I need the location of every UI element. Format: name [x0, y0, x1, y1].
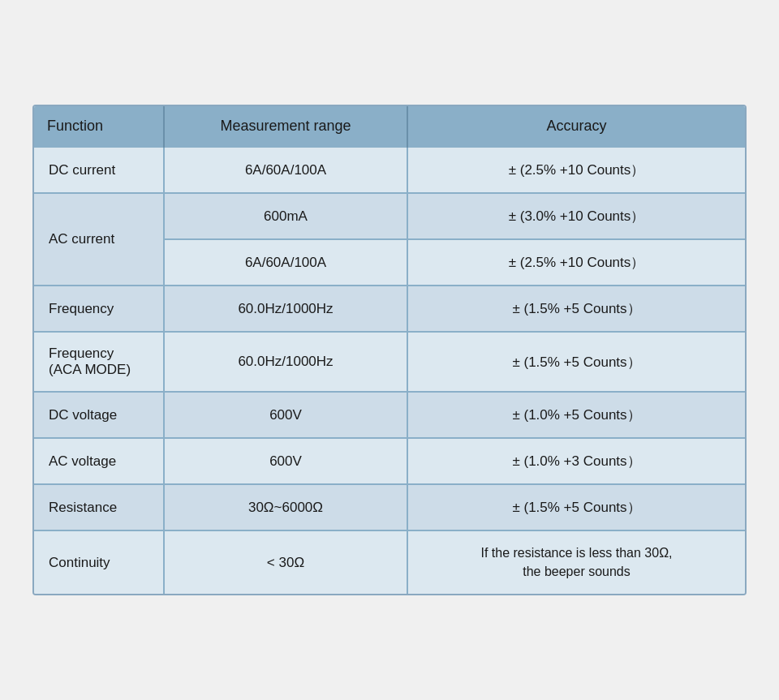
cell-range: < 30Ω [164, 530, 407, 594]
cell-accuracy: ± (1.5% +5 Counts） [407, 332, 745, 392]
table-row: Continuity < 30Ω If the resistance is le… [34, 530, 745, 594]
table-row: Frequency 60.0Hz/1000Hz ± (1.5% +5 Count… [34, 286, 745, 332]
specs-table: Function Measurement range Accuracy DC c… [34, 106, 745, 594]
cell-accuracy: ± (1.5% +5 Counts） [407, 484, 745, 530]
specs-table-container: Function Measurement range Accuracy DC c… [32, 105, 747, 595]
table-header-row: Function Measurement range Accuracy [34, 106, 745, 147]
table-row: DC voltage 600V ± (1.0% +5 Counts） [34, 392, 745, 438]
cell-function: Resistance [34, 484, 164, 530]
cell-range: 600V [164, 438, 407, 484]
header-function: Function [34, 106, 164, 147]
cell-accuracy: ± (3.0% +10 Counts） [407, 193, 745, 239]
cell-range: 6A/60A/100A [164, 239, 407, 286]
table-row: Frequency (ACA MODE) 60.0Hz/1000Hz ± (1.… [34, 332, 745, 392]
header-accuracy: Accuracy [407, 106, 745, 147]
table-row: AC current 600mA ± (3.0% +10 Counts） [34, 193, 745, 239]
cell-range: 6A/60A/100A [164, 147, 407, 193]
table-row: Resistance 30Ω~6000Ω ± (1.5% +5 Counts） [34, 484, 745, 530]
cell-range: 600V [164, 392, 407, 438]
header-range: Measurement range [164, 106, 407, 147]
cell-function: DC voltage [34, 392, 164, 438]
cell-function: Frequency [34, 286, 164, 332]
cell-function: Frequency (ACA MODE) [34, 332, 164, 392]
cell-range: 600mA [164, 193, 407, 239]
cell-function: AC current [34, 193, 164, 286]
cell-accuracy: ± (1.5% +5 Counts） [407, 286, 745, 332]
cell-range: 60.0Hz/1000Hz [164, 332, 407, 392]
cell-accuracy: If the resistance is less than 30Ω, the … [407, 530, 745, 594]
cell-accuracy: ± (2.5% +10 Counts） [407, 147, 745, 193]
cell-function: DC current [34, 147, 164, 193]
cell-accuracy: ± (1.0% +3 Counts） [407, 438, 745, 484]
cell-range: 30Ω~6000Ω [164, 484, 407, 530]
cell-function: Continuity [34, 530, 164, 594]
cell-accuracy: ± (2.5% +10 Counts） [407, 239, 745, 286]
cell-accuracy: ± (1.0% +5 Counts） [407, 392, 745, 438]
cell-function: AC voltage [34, 438, 164, 484]
cell-range: 60.0Hz/1000Hz [164, 286, 407, 332]
table-row: AC voltage 600V ± (1.0% +3 Counts） [34, 438, 745, 484]
table-row: DC current 6A/60A/100A ± (2.5% +10 Count… [34, 147, 745, 193]
